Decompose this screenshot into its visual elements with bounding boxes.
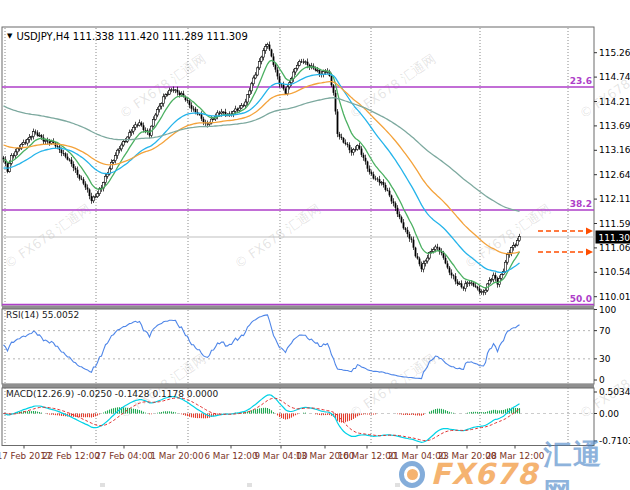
price-axis-label: 110.015 <box>599 292 630 302</box>
macd-histogram <box>8 407 520 422</box>
time-axis-label: 1 Mar 20:00 <box>150 451 204 461</box>
rsi-axis-label: 30 <box>599 354 611 364</box>
time-axis-label: 6 Mar 12:00 <box>204 451 258 461</box>
time-axis-label: 22 Feb 12:00 <box>42 451 100 461</box>
rsi-panel[interactable] <box>2 309 594 384</box>
rsi-line <box>4 315 520 379</box>
symbol-ohlc-label: ▼ USDJPY,H4 111.338 111.420 111.289 111.… <box>7 31 248 42</box>
rsi-indicator-label: RSI(14) 55.0052 <box>6 310 79 320</box>
fx678-logo-icon <box>399 461 425 488</box>
price-axis-label: 114.215 <box>599 97 630 107</box>
macd-axis-label: 0.00 <box>599 409 619 419</box>
watermark-speck <box>100 483 105 487</box>
macd-axis-label: 0.5034 <box>599 387 630 397</box>
target-arrow-head <box>586 228 593 235</box>
price-axis-label: 112.640 <box>599 170 630 180</box>
fx678-logo-text: FX678 <box>430 457 538 490</box>
price-axis-label: 114.740 <box>599 72 630 82</box>
rsi-axis-label: 70 <box>599 326 611 336</box>
watermark-text: © FX678 汇通网 <box>2 201 94 271</box>
chart-canvas[interactable]: © FX678 汇通网© FX678 汇通网© FX678 汇通网© FX678… <box>0 0 630 490</box>
huitong-logo-text: 汇通网 <box>543 436 630 490</box>
rsi-axis-label: 0 <box>599 375 605 385</box>
price-axis-label: 112.115 <box>599 194 630 204</box>
price-axis-label: 113.165 <box>599 145 630 155</box>
dropdown-arrow-icon[interactable]: ▼ <box>7 33 12 40</box>
price-axis-label: 110.540 <box>599 267 630 277</box>
target-arrow-head <box>586 249 593 256</box>
watermark-text: © FX678 汇通网 <box>232 201 324 271</box>
fx678-logo: FX678 汇通网 <box>399 436 630 490</box>
trading-chart-window: © FX678 汇通网© FX678 汇通网© FX678 汇通网© FX678… <box>0 0 630 490</box>
macd-signal-line <box>4 398 520 441</box>
price-axis-label: 111.590 <box>599 219 630 229</box>
time-axis-label: 27 Feb 04:00 <box>95 451 153 461</box>
fibonacci-level-label: 38.2 <box>570 199 592 209</box>
fibonacci-level-label: 50.0 <box>570 294 592 304</box>
panel-splitter[interactable] <box>2 384 594 388</box>
symbol-ohlc-text: USDJPY,H4 111.338 111.420 111.289 111.30… <box>16 31 247 42</box>
rsi-axis-label: 100 <box>599 305 616 315</box>
ma-longest-line <box>4 98 520 212</box>
price-axis-label: 113.690 <box>599 121 630 131</box>
fibonacci-level-label: 23.6 <box>570 76 592 86</box>
macd-indicator-label: MACD(12.26.9) -0.0250 -0.1428 0.1178 0.0… <box>6 389 218 399</box>
watermark-speck <box>247 483 252 487</box>
price-axis-label: 111.065 <box>599 243 630 253</box>
current-price-box-text: 111.309 <box>599 233 630 243</box>
price-axis-label: 115.265 <box>599 48 630 58</box>
